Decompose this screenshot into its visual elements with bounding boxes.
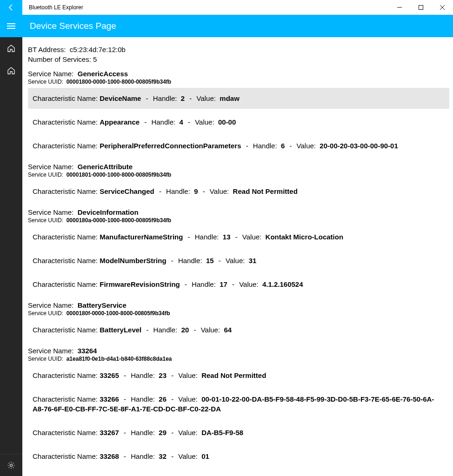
separator: - [157, 187, 163, 195]
value-value: Read Not Permitted [233, 187, 298, 195]
characteristic-row[interactable]: Characteristic Name: BatteryLevel - Hand… [28, 319, 449, 340]
bt-address-value: c5:23:4d:7e:12:0b [70, 46, 126, 53]
separator: - [169, 257, 175, 264]
window-titlebar: Bluetooth LE Explorer [0, 0, 453, 15]
characteristic-row[interactable]: Characteristic Name: ModelNumberString -… [28, 250, 449, 271]
service-uuid-value: 00001801-0000-1000-8000-00805f9b34fb [67, 172, 172, 178]
handle-value: 13 [223, 233, 231, 241]
char-name-label: Characteristic Name: [33, 94, 98, 102]
value-value: Read Not Permitted [201, 371, 266, 379]
svg-rect-1 [419, 5, 423, 9]
handle-value: 15 [206, 257, 214, 264]
value-value: Kontakt Micro-Location [266, 233, 344, 241]
characteristic-row[interactable]: Characteristic Name: 33266 - Handle: 26 … [28, 389, 449, 419]
sidebar-item-settings[interactable] [0, 454, 22, 476]
handle-value: 23 [159, 371, 167, 379]
separator: - [144, 326, 150, 334]
service-uuid-value: 0000180f-0000-1000-8000-00805f9b34fb [67, 310, 170, 317]
char-name-label: Characteristic Name: [33, 233, 98, 241]
home-icon [7, 44, 15, 53]
characteristic-row[interactable]: Characteristic Name: FirmwareRevisionStr… [28, 274, 449, 295]
service-name-value: BatteryService [78, 301, 127, 309]
characteristic-row[interactable]: Characteristic Name: ServiceChanged - Ha… [28, 181, 449, 202]
char-name-value: DeviceName [100, 94, 141, 102]
characteristic-row[interactable]: Characteristic Name: ManufacturerNameStr… [28, 226, 449, 247]
value-value: 64 [224, 326, 232, 334]
num-services-value: 5 [93, 55, 97, 63]
service-uuid-line: Service UUID: a1ea81f0-0e1b-d4a1-b840-63… [28, 356, 449, 362]
char-name-value: 33265 [100, 371, 119, 379]
handle-value: 9 [194, 187, 198, 195]
num-services-line: Number of Services: 5 [28, 55, 449, 63]
characteristic-row[interactable]: Characteristic Name: 33267 - Handle: 29 … [28, 422, 449, 443]
characteristic-row[interactable]: Characteristic Name: PeripheralPreferred… [28, 135, 449, 156]
handle-value: 32 [159, 452, 167, 460]
value-value: 01 [201, 452, 209, 460]
service-uuid-label: Service UUID: [28, 356, 63, 362]
window-title: Bluetooth LE Explorer [22, 4, 389, 11]
back-button[interactable] [0, 0, 22, 15]
service-name-line: Service Name: 33264 [28, 347, 449, 355]
separator: - [122, 395, 128, 403]
service-name-value: DeviceInformation [78, 208, 139, 216]
separator: - [122, 452, 128, 460]
value-label: Value: [178, 452, 197, 460]
separator: - [169, 452, 175, 460]
handle-value: 4 [179, 118, 183, 126]
value-label: Value: [242, 233, 261, 241]
window-controls [389, 0, 453, 15]
maximize-button[interactable] [410, 0, 432, 15]
char-name-label: Characteristic Name: [33, 280, 98, 288]
bt-address-line: BT Address: c5:23:4d:7e:12:0b [28, 46, 449, 53]
separator: - [192, 326, 198, 334]
service-uuid-line: Service UUID: 00001801-0000-1000-8000-00… [28, 172, 449, 178]
handle-label: Handle: [253, 142, 277, 150]
value-label: Value: [195, 118, 214, 126]
service-block: Service Name: GenericAttributeService UU… [28, 163, 449, 202]
separator: - [186, 118, 192, 126]
sidebar-item-home[interactable] [0, 37, 22, 60]
char-name-value: 33266 [100, 395, 119, 403]
service-uuid-label: Service UUID: [28, 310, 63, 317]
characteristic-row[interactable]: Characteristic Name: DeviceName - Handle… [28, 88, 449, 109]
char-name-label: Characteristic Name: [33, 371, 98, 379]
value-label: Value: [178, 429, 197, 436]
separator: - [230, 280, 236, 288]
char-name-label: Characteristic Name: [33, 187, 98, 195]
char-name-value: ModelNumberString [100, 257, 166, 264]
char-name-value: FirmwareRevisionString [100, 280, 180, 288]
sidebar-item-home-2[interactable] [0, 60, 22, 82]
handle-label: Handle: [153, 94, 177, 102]
service-uuid-value: a1ea81f0-0e1b-d4a1-b840-63f88c8da1ea [67, 356, 172, 362]
char-name-value: BatteryLevel [100, 326, 141, 334]
separator: - [144, 94, 150, 102]
service-name-label: Service Name: [28, 163, 73, 171]
service-block: Service Name: BatteryServiceService UUID… [28, 301, 449, 340]
characteristic-row[interactable]: Characteristic Name: 33265 - Handle: 23 … [28, 365, 449, 386]
page-title: Device Services Page [22, 21, 116, 31]
close-button[interactable] [432, 0, 453, 15]
bt-address-label: BT Address: [28, 46, 66, 53]
char-name-value: 33268 [100, 452, 119, 460]
hamburger-icon [7, 23, 15, 29]
separator: - [183, 280, 189, 288]
value-label: Value: [178, 395, 197, 403]
service-block: Service Name: 33264Service UUID: a1ea81f… [28, 347, 449, 467]
handle-label: Handle: [195, 233, 219, 241]
handle-value: 20 [181, 326, 189, 334]
service-uuid-value: 00001800-0000-1000-8000-00805f9b34fb [67, 79, 172, 85]
handle-label: Handle: [131, 371, 155, 379]
service-name-value: GenericAttribute [78, 163, 133, 171]
hamburger-button[interactable] [0, 15, 22, 37]
minimize-button[interactable] [389, 0, 410, 15]
characteristic-row[interactable]: Characteristic Name: 33268 - Handle: 32 … [28, 446, 449, 467]
value-value: 00-00 [218, 118, 236, 126]
handle-value: 26 [159, 395, 167, 403]
service-uuid-label: Service UUID: [28, 172, 63, 178]
value-label: Value: [297, 142, 316, 150]
value-label: Value: [178, 371, 197, 379]
separator: - [217, 257, 223, 264]
characteristic-row[interactable]: Characteristic Name: Appearance - Handle… [28, 112, 449, 132]
char-name-label: Characteristic Name: [33, 326, 98, 334]
char-name-label: Characteristic Name: [33, 452, 98, 460]
